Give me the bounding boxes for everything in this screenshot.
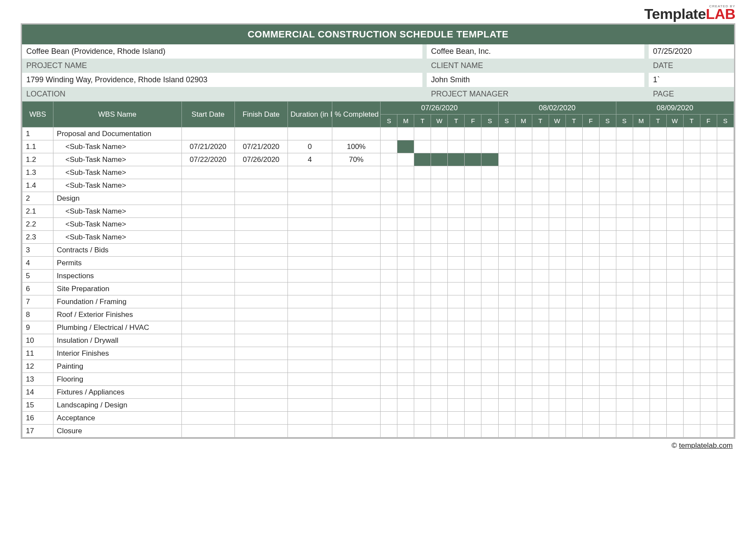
gantt-cell[interactable] (599, 295, 616, 308)
gantt-cell[interactable] (717, 166, 734, 179)
gantt-cell[interactable] (549, 283, 565, 295)
gantt-cell[interactable] (414, 412, 431, 425)
gantt-cell[interactable] (381, 153, 397, 166)
gantt-cell[interactable] (650, 244, 666, 257)
wbs[interactable]: 1.3 (22, 166, 53, 179)
gantt-cell[interactable] (397, 373, 414, 386)
gantt-cell[interactable] (397, 179, 414, 192)
gantt-cell[interactable] (666, 140, 683, 153)
start-date[interactable] (181, 166, 234, 179)
gantt-cell[interactable] (700, 179, 717, 192)
gantt-cell[interactable] (717, 153, 734, 166)
gantt-cell[interactable] (414, 192, 431, 205)
gantt-cell[interactable] (532, 360, 549, 373)
gantt-cell[interactable] (683, 425, 700, 438)
duration[interactable] (287, 231, 332, 244)
start-date[interactable] (181, 321, 234, 334)
gantt-cell[interactable] (414, 205, 431, 218)
gantt-cell[interactable] (515, 231, 532, 244)
start-date[interactable] (181, 347, 234, 360)
gantt-cell[interactable] (683, 308, 700, 321)
gantt-cell[interactable] (465, 399, 481, 412)
gantt-cell[interactable] (515, 373, 532, 386)
gantt-cell[interactable] (650, 153, 666, 166)
gantt-cell[interactable] (565, 295, 582, 308)
gantt-cell[interactable] (565, 244, 582, 257)
gantt-cell[interactable] (397, 205, 414, 218)
gantt-cell[interactable] (666, 386, 683, 399)
wbs-name[interactable]: Foundation / Framing (53, 295, 181, 308)
gantt-cell[interactable] (448, 231, 465, 244)
gantt-cell[interactable] (397, 192, 414, 205)
finish-date[interactable] (234, 192, 287, 205)
gantt-cell[interactable] (582, 360, 599, 373)
gantt-cell[interactable] (582, 153, 599, 166)
gantt-cell[interactable] (565, 127, 582, 140)
pm-value[interactable]: John Smith (427, 73, 644, 87)
start-date[interactable]: 07/21/2020 (181, 140, 234, 153)
gantt-cell[interactable] (532, 295, 549, 308)
start-date[interactable] (181, 425, 234, 438)
gantt-cell[interactable] (414, 127, 431, 140)
gantt-cell[interactable] (650, 192, 666, 205)
gantt-cell[interactable] (397, 308, 414, 321)
gantt-cell[interactable] (448, 412, 465, 425)
gantt-cell[interactable] (381, 257, 397, 270)
gantt-cell[interactable] (381, 373, 397, 386)
gantt-cell[interactable] (532, 347, 549, 360)
pct-complete[interactable]: 100% (332, 140, 381, 153)
wbs[interactable]: 5 (22, 270, 53, 283)
gantt-cell[interactable] (683, 399, 700, 412)
gantt-cell[interactable] (532, 153, 549, 166)
gantt-cell[interactable] (498, 425, 515, 438)
gantt-cell[interactable] (565, 205, 582, 218)
gantt-cell[interactable] (549, 179, 565, 192)
pct-complete[interactable] (332, 321, 381, 334)
gantt-cell[interactable] (431, 386, 448, 399)
duration[interactable]: 0 (287, 140, 332, 153)
duration[interactable] (287, 179, 332, 192)
gantt-cell[interactable] (717, 231, 734, 244)
gantt-cell[interactable] (532, 231, 549, 244)
start-date[interactable] (181, 218, 234, 231)
gantt-cell[interactable] (448, 386, 465, 399)
pct-complete[interactable] (332, 425, 381, 438)
gantt-cell[interactable] (565, 399, 582, 412)
gantt-cell[interactable] (616, 283, 633, 295)
gantt-cell[interactable] (700, 308, 717, 321)
wbs-name[interactable]: Inspections (53, 270, 181, 283)
gantt-cell[interactable] (381, 140, 397, 153)
gantt-cell[interactable] (414, 334, 431, 347)
gantt-cell[interactable] (565, 231, 582, 244)
gantt-cell[interactable] (549, 399, 565, 412)
gantt-cell[interactable] (481, 231, 498, 244)
gantt-cell[interactable] (549, 153, 565, 166)
wbs[interactable]: 2.2 (22, 218, 53, 231)
gantt-cell[interactable] (700, 244, 717, 257)
gantt-cell[interactable] (616, 399, 633, 412)
gantt-cell[interactable] (683, 192, 700, 205)
gantt-cell[interactable] (498, 334, 515, 347)
start-date[interactable] (181, 231, 234, 244)
gantt-cell[interactable] (532, 425, 549, 438)
finish-date[interactable] (234, 412, 287, 425)
duration[interactable] (287, 205, 332, 218)
gantt-cell[interactable] (381, 295, 397, 308)
gantt-cell[interactable] (650, 295, 666, 308)
gantt-cell[interactable] (633, 218, 650, 231)
wbs-name[interactable]: <Sub-Task Name> (53, 231, 181, 244)
gantt-cell[interactable] (532, 308, 549, 321)
gantt-cell[interactable] (616, 425, 633, 438)
gantt-cell[interactable] (666, 334, 683, 347)
gantt-cell[interactable] (633, 257, 650, 270)
start-date[interactable] (181, 386, 234, 399)
finish-date[interactable] (234, 283, 287, 295)
gantt-cell[interactable] (582, 192, 599, 205)
gantt-cell[interactable] (431, 295, 448, 308)
footer-link[interactable]: templatelab.com (679, 441, 733, 450)
gantt-cell[interactable] (565, 283, 582, 295)
gantt-cell[interactable] (381, 334, 397, 347)
gantt-cell[interactable] (465, 308, 481, 321)
gantt-cell[interactable] (700, 127, 717, 140)
gantt-cell[interactable] (666, 244, 683, 257)
